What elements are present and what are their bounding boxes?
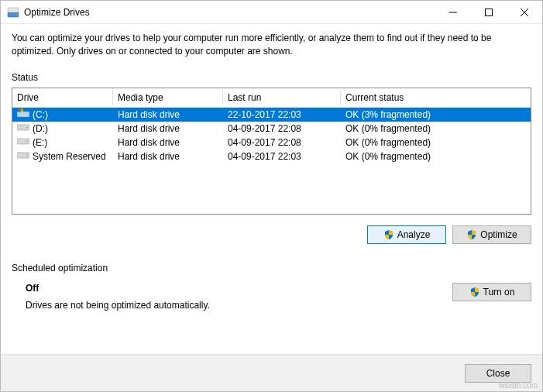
- last-run-cell: 22-10-2017 22:03: [223, 109, 341, 120]
- bottom-bar: Close: [1, 354, 542, 391]
- status-cell: OK (3% fragmented): [341, 109, 531, 120]
- drive-icon: [17, 136, 29, 148]
- last-run-cell: 04-09-2017 22:08: [223, 137, 341, 148]
- drive-name: System Reserved: [33, 151, 106, 162]
- column-last-run[interactable]: Last run: [223, 88, 341, 107]
- column-drive[interactable]: Drive: [12, 88, 113, 107]
- analyze-label: Analyze: [397, 229, 431, 240]
- svg-point-16: [26, 141, 28, 143]
- window-title: Optimize Drives: [24, 7, 435, 18]
- media-cell: Hard disk drive: [113, 137, 223, 148]
- svg-point-14: [26, 127, 28, 129]
- drive-list[interactable]: Drive Media type Last run Current status…: [12, 88, 531, 215]
- media-cell: Hard disk drive: [113, 109, 223, 120]
- drive-buttons: Analyze Optimize: [12, 225, 531, 244]
- shield-icon: [466, 229, 477, 240]
- status-label: Status: [12, 72, 531, 83]
- status-cell: OK (0% fragmented): [341, 123, 531, 134]
- svg-rect-9: [19, 108, 21, 111]
- media-cell: Hard disk drive: [113, 123, 223, 134]
- table-row[interactable]: (C:)Hard disk drive22-10-2017 22:03OK (3…: [12, 108, 531, 122]
- svg-rect-10: [21, 108, 23, 111]
- table-row[interactable]: System ReservedHard disk drive04-09-2017…: [12, 150, 531, 163]
- titlebar: Optimize Drives: [1, 1, 542, 24]
- drive-name: (E:): [33, 137, 47, 148]
- content-area: You can optimize your drives to help you…: [1, 24, 542, 311]
- close-label: Close: [486, 368, 510, 379]
- drive-cell: (E:): [12, 136, 113, 148]
- drive-cell: (D:): [12, 122, 113, 134]
- watermark: wsxdn.com: [499, 381, 538, 390]
- media-cell: Hard disk drive: [113, 151, 223, 162]
- intro-text: You can optimize your drives to help you…: [12, 32, 531, 58]
- close-button[interactable]: [507, 1, 542, 24]
- drive-icon: [17, 108, 29, 120]
- scheduled-state: Off: [26, 283, 210, 294]
- shield-icon: [469, 287, 480, 297]
- status-cell: OK (0% fragmented): [341, 137, 531, 148]
- svg-point-2: [15, 14, 17, 15]
- shield-icon: [383, 229, 394, 240]
- drive-icon: [17, 150, 29, 162]
- svg-rect-4: [486, 9, 493, 15]
- scheduled-desc: Drives are not being optimized automatic…: [26, 300, 210, 311]
- analyze-button[interactable]: Analyze: [367, 225, 446, 244]
- optimize-button[interactable]: Optimize: [452, 225, 531, 244]
- turn-on-button[interactable]: Turn on: [452, 283, 531, 301]
- drive-name: (D:): [33, 123, 48, 134]
- list-header: Drive Media type Last run Current status: [12, 88, 531, 108]
- drive-cell: (C:): [12, 108, 113, 120]
- drive-icon: [17, 122, 29, 134]
- drive-cell: System Reserved: [12, 150, 113, 162]
- app-icon: [7, 6, 19, 19]
- turn-on-label: Turn on: [483, 287, 515, 297]
- last-run-cell: 04-09-2017 22:08: [223, 123, 341, 134]
- svg-rect-1: [8, 8, 19, 12]
- table-row[interactable]: (E:)Hard disk drive04-09-2017 22:08OK (0…: [12, 136, 531, 150]
- svg-rect-7: [17, 112, 29, 117]
- optimize-label: Optimize: [480, 229, 517, 240]
- svg-rect-11: [19, 111, 21, 113]
- column-media[interactable]: Media type: [113, 88, 223, 107]
- maximize-button[interactable]: [471, 1, 507, 24]
- scheduled-section: Scheduled optimization Off Drives are no…: [12, 263, 531, 311]
- drive-name: (C:): [33, 109, 48, 120]
- table-row[interactable]: (D:)Hard disk drive04-09-2017 22:08OK (0…: [12, 122, 531, 136]
- svg-rect-12: [21, 111, 23, 113]
- svg-point-18: [26, 155, 28, 156]
- status-cell: OK (0% fragmented): [341, 151, 531, 162]
- column-status[interactable]: Current status: [341, 88, 531, 107]
- close-dialog-button[interactable]: Close: [465, 364, 531, 383]
- scheduled-label: Scheduled optimization: [12, 263, 531, 273]
- minimize-button[interactable]: [435, 1, 471, 24]
- last-run-cell: 04-09-2017 22:03: [223, 151, 341, 162]
